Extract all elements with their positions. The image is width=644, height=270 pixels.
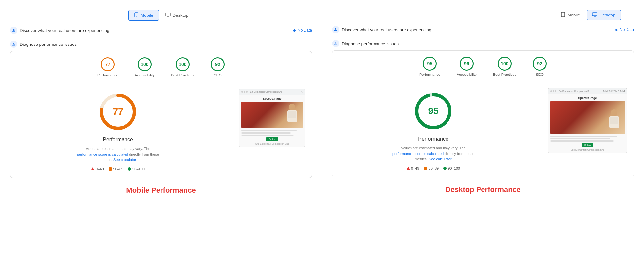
score-accessibility-desktop: 96 Accessibility [457, 57, 477, 76]
desktop-icon-d [592, 12, 597, 18]
diagnose-card-desktop: 95 Performance 96 Accessibility 100 Best… [332, 50, 634, 177]
legend-green-desktop: 90–100 [443, 166, 460, 170]
screenshot-btn-desktop: Button [582, 143, 593, 147]
tab-mobile[interactable]: Mobile [128, 10, 159, 21]
legend-triangle-icon [91, 167, 94, 170]
svg-rect-13 [592, 13, 597, 16]
svg-point-12 [563, 16, 563, 16]
svg-rect-21 [610, 117, 618, 124]
no-data-text-d: No Data [620, 27, 634, 32]
legend-dot-icon-d [443, 167, 447, 170]
browser-bar-mobile: En-Demnaise: Composean She ✕ [239, 89, 305, 95]
right-screenshot-desktop: En-Demnaise: Composean She Tab1 Tab2 Tab… [548, 88, 627, 153]
main-content-desktop: 95 Performance Values are estimated and … [332, 81, 634, 177]
screenshot-title-desktop: Spectra Page [550, 96, 625, 100]
legend-triangle-icon-d [407, 167, 410, 170]
score-seo-mobile: 92 SEO [211, 57, 225, 77]
perf-score-link-desktop[interactable]: performance score is calculated [392, 152, 444, 156]
diagnose-icon-circle [10, 41, 17, 48]
users-icon-circle-d [332, 26, 339, 33]
tab-mobile-desktop[interactable]: Mobile [555, 10, 585, 20]
real-users-row-desktop: Discover what your real users are experi… [332, 26, 634, 33]
legend-square-icon [109, 167, 112, 171]
score-circle-seo-d: 92 [533, 57, 547, 71]
legend-red-mobile: 0–49 [91, 167, 104, 171]
perf-desc-desktop: Values are estimated and may vary. The p… [390, 145, 476, 162]
svg-point-16 [335, 28, 337, 30]
screenshot-lines-mobile [241, 130, 303, 136]
legend-square-icon-d [424, 167, 427, 170]
screenshot-footer-desktop: Site Elementar: Composean She [550, 149, 625, 151]
desktop-icon [165, 13, 171, 18]
left-section-mobile: 77 Performance Values are estimated and … [17, 89, 219, 171]
score-circle-bp-d: 100 [498, 57, 512, 71]
screenshot-btn-mobile: Button [266, 137, 278, 141]
calculator-link-mobile[interactable]: See calculator [113, 158, 136, 162]
legend-green-mobile: 90–100 [128, 167, 145, 171]
tab-desktop-label: Desktop [173, 13, 189, 18]
tab-desktop-label-d: Desktop [599, 13, 615, 17]
no-data-badge: No Data [292, 28, 312, 33]
desktop-tab-bar: Mobile Desktop [555, 10, 621, 20]
screenshot-title-mobile: Spectra Page [241, 97, 303, 100]
left-section-desktop: 95 Performance Values are estimated and … [339, 88, 528, 170]
legend-desktop: 0–49 50–89 90–100 [407, 166, 460, 170]
right-screenshot-mobile: En-Demnaise: Composean She ✕ Spectra Pag… [239, 89, 305, 147]
real-users-label-d: Discover what your real users are experi… [342, 27, 431, 32]
perf-desc-mobile: Values are estimated and may vary. The p… [75, 146, 161, 163]
users-icon-circle [10, 27, 17, 34]
tab-mobile-label: Mobile [141, 13, 153, 18]
mini-browser-mobile: En-Demnaise: Composean She ✕ Spectra Pag… [239, 89, 305, 147]
calculator-link-desktop[interactable]: See calculator [429, 157, 452, 161]
score-circle-seo: 92 [211, 57, 225, 71]
perf-score-link-mobile[interactable]: performance score is calculated [77, 152, 128, 156]
diagnose-icon-circle-d [332, 40, 339, 47]
big-donut-mobile: 77 [98, 92, 138, 132]
mobile-icon-d [561, 12, 565, 18]
mini-browser-desktop: En-Demnaise: Composean She Tab1 Tab2 Tab… [548, 88, 627, 153]
svg-rect-10 [288, 111, 296, 118]
svg-rect-2 [166, 13, 170, 16]
svg-point-19 [611, 109, 617, 117]
scores-row-desktop: 95 Performance 96 Accessibility 100 Best… [332, 51, 634, 81]
diagnose-label-d: Diagnose performance issues [342, 41, 399, 46]
mobile-tab-bar: Mobile Desktop [128, 10, 194, 21]
screenshot-image-mobile [241, 102, 303, 128]
no-data-text: No Data [298, 28, 312, 33]
score-bestpractices-desktop: 100 Best Practices [493, 57, 516, 76]
score-performance-desktop: 95 Performance [419, 57, 440, 76]
big-donut-value-mobile: 77 [113, 106, 123, 117]
score-circle-performance: 77 [101, 57, 115, 71]
divider-desktop [538, 88, 538, 170]
legend-orange-mobile: 50–89 [109, 167, 124, 171]
big-donut-desktop: 95 [413, 91, 453, 131]
score-bestpractices-mobile: 100 Best Practices [171, 57, 194, 77]
tab-mobile-label-d: Mobile [567, 13, 580, 17]
diagnose-card-mobile: 77 Performance 100 Accessibility 100 Bes… [10, 51, 312, 178]
score-performance-mobile: 77 Performance [97, 57, 118, 77]
score-circle-accessibility: 100 [138, 57, 152, 71]
legend-mobile: 0–49 50–89 90–100 [91, 167, 145, 171]
no-data-badge-d: No Data [614, 27, 634, 32]
main-content-mobile: 77 Performance Values are estimated and … [10, 82, 312, 178]
score-circle-bestpractices: 100 [176, 57, 190, 71]
score-circle-perf-d: 95 [423, 57, 437, 71]
diagnose-row-mobile: Diagnose performance issues [10, 41, 312, 48]
legend-red-desktop: 0–49 [407, 166, 419, 170]
real-users-row-mobile: Discover what your real users are experi… [10, 27, 312, 34]
desktop-panel: Mobile Desktop Discover what your real u… [322, 7, 644, 260]
divider-mobile [229, 89, 229, 171]
browser-content-mobile: Spectra Page [239, 95, 305, 147]
screenshot-footer-mobile: Site Elementar: Composean She [241, 143, 303, 145]
tab-desktop[interactable]: Desktop [160, 10, 194, 21]
score-seo-desktop: 92 SEO [533, 57, 547, 76]
score-accessibility-mobile: 100 Accessibility [135, 57, 155, 77]
perf-title-desktop: Performance [418, 136, 448, 142]
svg-point-1 [136, 16, 137, 17]
browser-bar-desktop: En-Demnaise: Composean She Tab1 Tab2 Tab… [548, 88, 627, 94]
browser-content-desktop: Spectra Page [548, 94, 627, 153]
mobile-panel: Mobile Desktop Discover what your real u… [0, 7, 322, 260]
real-users-label: Discover what your real users are experi… [20, 28, 109, 33]
tab-desktop-d[interactable]: Desktop [587, 10, 621, 20]
legend-orange-desktop: 50–89 [424, 166, 439, 170]
